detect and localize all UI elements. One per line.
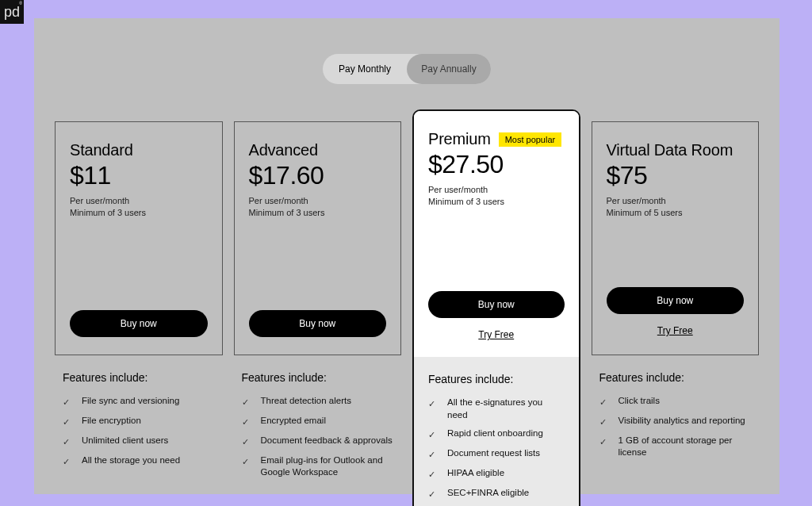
- try-free-link[interactable]: Try Free: [657, 325, 693, 336]
- plan-name: Virtual Data Room: [607, 141, 733, 159]
- check-icon: ✓: [63, 416, 71, 428]
- check-icon: ✓: [428, 489, 436, 500]
- most-popular-badge: Most popular: [499, 132, 562, 147]
- feature-list: ✓Click trails ✓Visibility analytics and …: [599, 392, 752, 462]
- plan-features: Features include: ✓File sync and version…: [55, 355, 223, 478]
- buy-now-button[interactable]: Buy now: [70, 310, 208, 337]
- plan-features: Features include: ✓Threat detection aler…: [234, 355, 402, 490]
- check-icon: ✓: [428, 429, 436, 441]
- check-icon: ✓: [63, 436, 71, 448]
- feature-item: ✓HIPAA eligible: [428, 464, 565, 484]
- plan-features: Features include: ✓All the e-signatures …: [414, 357, 579, 506]
- plan-features: Features include: ✓Click trails ✓Visibil…: [592, 355, 760, 470]
- buy-now-button[interactable]: Buy now: [607, 287, 745, 314]
- feature-list: ✓File sync and versioning ✓File encrypti…: [63, 392, 215, 470]
- plan-name: Premium: [428, 130, 491, 148]
- plan-card: Virtual Data Room $75 Per user/month Min…: [592, 121, 760, 355]
- feature-item: ✓File sync and versioning: [63, 392, 215, 412]
- plan-name: Standard: [70, 141, 133, 159]
- plan-unit: Per user/month Minimum of 3 users: [428, 184, 565, 208]
- logo-badge: pd ®: [0, 0, 24, 24]
- features-heading: Features include:: [63, 371, 215, 384]
- check-icon: ✓: [428, 449, 436, 461]
- features-heading: Features include:: [599, 371, 752, 384]
- toggle-pay-monthly[interactable]: Pay Monthly: [323, 54, 407, 84]
- feature-list: ✓All the e-signatures you need ✓Rapid cl…: [428, 393, 565, 503]
- plans-row: Standard $11 Per user/month Minimum of 3…: [55, 121, 759, 506]
- feature-list: ✓Threat detection alerts ✓Encrypted emai…: [242, 392, 394, 482]
- features-heading: Features include:: [242, 371, 394, 384]
- plan-name: Advanced: [249, 141, 318, 159]
- plan-card: Standard $11 Per user/month Minimum of 3…: [55, 121, 223, 355]
- feature-item: ✓Document request lists: [428, 444, 565, 464]
- feature-item: ✓Encrypted email: [242, 412, 394, 431]
- check-icon: ✓: [63, 397, 71, 408]
- check-icon: ✓: [242, 436, 250, 448]
- feature-item: ✓Unlimited client users: [63, 431, 215, 451]
- feature-item: ✓Document feedback & approvals: [242, 431, 394, 451]
- plan-premium: Premium Most popular $27.50 Per user/mon…: [412, 121, 580, 506]
- registered-mark: ®: [19, 1, 22, 6]
- plan-advanced: Advanced $17.60 Per user/month Minimum o…: [234, 121, 402, 506]
- plan-price: $17.60: [249, 161, 387, 190]
- plan-price: $75: [607, 161, 745, 190]
- plan-unit: Per user/month Minimum of 3 users: [249, 195, 387, 219]
- feature-item: ✓Rapid client onboarding: [428, 424, 565, 444]
- plan-price: $27.50: [428, 150, 565, 179]
- check-icon: ✓: [428, 398, 436, 410]
- plan-unit: Per user/month Minimum of 3 users: [70, 195, 208, 219]
- check-icon: ✓: [599, 416, 607, 428]
- check-icon: ✓: [63, 456, 71, 468]
- feature-item: ✓Click trails: [599, 392, 752, 412]
- feature-item: ✓Threat detection alerts: [242, 392, 394, 412]
- check-icon: ✓: [242, 456, 250, 468]
- plan-standard: Standard $11 Per user/month Minimum of 3…: [55, 121, 223, 506]
- check-icon: ✓: [242, 397, 250, 408]
- feature-item: ✓All the storage you need: [63, 451, 215, 471]
- feature-item: ✓SEC+FINRA eligible: [428, 484, 565, 504]
- check-icon: ✓: [242, 416, 250, 428]
- plan-virtual-data-room: Virtual Data Room $75 Per user/month Min…: [592, 121, 760, 506]
- check-icon: ✓: [428, 469, 436, 481]
- try-free-link[interactable]: Try Free: [478, 329, 514, 340]
- pricing-panel: Pay Monthly Pay Annually Standard $11 Pe…: [34, 18, 779, 494]
- feature-item: ✓Visibility analytics and reporting: [599, 412, 752, 431]
- buy-now-button[interactable]: Buy now: [428, 291, 565, 318]
- buy-now-button[interactable]: Buy now: [249, 310, 387, 337]
- plan-price: $11: [70, 161, 208, 190]
- feature-item: ✓File encryption: [63, 412, 215, 431]
- billing-toggle[interactable]: Pay Monthly Pay Annually: [323, 54, 491, 84]
- check-icon: ✓: [599, 436, 607, 448]
- check-icon: ✓: [599, 397, 607, 408]
- toggle-pay-annually[interactable]: Pay Annually: [407, 54, 491, 84]
- feature-item: ✓All the e-signatures you need: [428, 393, 565, 424]
- plan-card: Premium Most popular $27.50 Per user/mon…: [414, 111, 579, 357]
- logo-letters: pd: [4, 4, 20, 21]
- plan-card-featured: Premium Most popular $27.50 Per user/mon…: [412, 109, 580, 506]
- plan-card: Advanced $17.60 Per user/month Minimum o…: [234, 121, 402, 355]
- feature-item: ✓1 GB of account storage per license: [599, 431, 752, 462]
- plan-unit: Per user/month Minimum of 5 users: [607, 195, 745, 219]
- features-heading: Features include:: [428, 373, 565, 385]
- feature-item: ✓Email plug-ins for Outlook and Google W…: [242, 451, 394, 482]
